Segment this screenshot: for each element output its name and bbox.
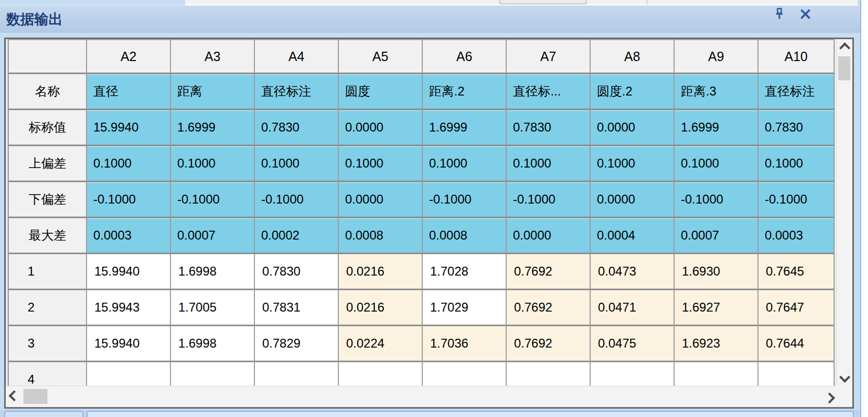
data-cell[interactable]: 1.6998 [171, 326, 255, 362]
scroll-right-button[interactable] [821, 386, 837, 407]
data-cell[interactable]: 1.6923 [675, 326, 759, 362]
bottom-dock-tab-2[interactable] [87, 411, 854, 417]
meta-cell[interactable]: -0.1000 [87, 182, 171, 218]
column-header[interactable]: A5 [339, 39, 423, 74]
meta-cell[interactable]: 直径标注 [759, 74, 835, 110]
data-cell[interactable]: 0.7644 [759, 326, 835, 362]
meta-cell[interactable]: 1.6999 [171, 110, 255, 146]
data-cell[interactable] [423, 362, 507, 386]
data-cell[interactable]: 1.6927 [675, 290, 759, 326]
meta-cell[interactable]: 0.0000 [339, 182, 423, 218]
data-cell[interactable] [339, 362, 423, 386]
data-cell[interactable] [507, 362, 591, 386]
meta-cell[interactable]: 0.0008 [423, 218, 507, 254]
meta-cell[interactable]: 0.0008 [339, 218, 423, 254]
meta-cell[interactable]: 0.1000 [171, 146, 255, 182]
data-cell[interactable]: 1.6930 [675, 254, 759, 290]
meta-cell[interactable]: 0.0000 [591, 110, 675, 146]
data-cell[interactable] [255, 362, 339, 386]
meta-cell[interactable]: 直径 [87, 74, 171, 110]
meta-cell[interactable]: 0.1000 [759, 146, 835, 182]
data-cell[interactable]: 0.7645 [759, 254, 835, 290]
data-cell[interactable]: 1.7005 [171, 290, 255, 326]
meta-cell[interactable]: -0.1000 [423, 182, 507, 218]
data-cell[interactable]: 0.7647 [759, 290, 835, 326]
row-label[interactable]: 3 [8, 326, 87, 362]
data-cell[interactable]: 1.7029 [423, 290, 507, 326]
meta-cell[interactable]: -0.1000 [507, 182, 591, 218]
column-header[interactable]: A7 [507, 39, 591, 74]
meta-cell[interactable]: 0.0000 [507, 218, 591, 254]
data-cell[interactable] [171, 362, 255, 386]
data-cell[interactable] [675, 362, 759, 386]
meta-cell[interactable]: -0.1000 [675, 182, 759, 218]
meta-cell[interactable]: 15.9940 [87, 110, 171, 146]
data-cell[interactable]: 1.7028 [423, 254, 507, 290]
meta-cell[interactable]: 0.1000 [255, 146, 339, 182]
data-cell[interactable]: 15.9940 [87, 254, 171, 290]
column-header[interactable]: A4 [255, 39, 339, 74]
row-label[interactable]: 上偏差 [8, 146, 87, 182]
data-cell[interactable]: 0.0224 [339, 326, 423, 362]
column-header[interactable]: A2 [87, 39, 171, 74]
row-label[interactable]: 4 [8, 362, 87, 386]
meta-cell[interactable]: 0.0002 [255, 218, 339, 254]
horizontal-scrollbar-thumb[interactable] [23, 389, 47, 404]
row-label[interactable]: 1 [8, 254, 87, 290]
column-header[interactable]: A3 [171, 39, 255, 74]
meta-cell[interactable]: 0.0007 [675, 218, 759, 254]
meta-cell[interactable]: 直径标注 [255, 74, 339, 110]
bottom-dock-tab-1[interactable] [4, 411, 83, 417]
meta-cell[interactable]: 0.0000 [339, 110, 423, 146]
meta-cell[interactable]: 0.0007 [171, 218, 255, 254]
meta-cell[interactable]: 0.1000 [423, 146, 507, 182]
column-header[interactable]: A9 [675, 39, 759, 74]
vertical-scrollbar[interactable] [836, 39, 852, 386]
column-header[interactable]: A10 [759, 39, 835, 74]
data-cell[interactable]: 0.0473 [591, 254, 675, 290]
data-cell[interactable]: 0.0471 [591, 290, 675, 326]
meta-cell[interactable]: 0.1000 [675, 146, 759, 182]
data-cell[interactable] [759, 362, 835, 386]
meta-cell[interactable]: -0.1000 [255, 182, 339, 218]
data-cell[interactable]: 1.7036 [423, 326, 507, 362]
meta-cell[interactable]: -0.1000 [171, 182, 255, 218]
meta-cell[interactable]: 0.7830 [255, 110, 339, 146]
row-label[interactable]: 下偏差 [8, 182, 87, 218]
data-cell[interactable]: 0.0475 [591, 326, 675, 362]
meta-cell[interactable]: 0.0003 [87, 218, 171, 254]
scroll-left-button[interactable] [6, 386, 21, 407]
data-cell[interactable]: 15.9943 [87, 290, 171, 326]
meta-cell[interactable]: 圆度 [339, 74, 423, 110]
meta-cell[interactable]: 0.1000 [339, 146, 423, 182]
close-icon[interactable] [797, 6, 814, 22]
data-cell[interactable]: 0.7830 [255, 254, 339, 290]
data-cell[interactable]: 0.7692 [507, 326, 591, 362]
data-cell[interactable]: 1.6998 [171, 254, 255, 290]
meta-cell[interactable]: 0.0004 [591, 218, 675, 254]
scroll-up-button[interactable] [837, 39, 852, 55]
data-cell[interactable]: 0.0216 [339, 254, 423, 290]
row-label[interactable]: 标称值 [8, 110, 87, 146]
meta-cell[interactable]: 0.7830 [759, 110, 835, 146]
row-label[interactable]: 最大差 [8, 218, 87, 254]
meta-cell[interactable]: 0.1000 [591, 146, 675, 182]
column-header[interactable]: A8 [591, 39, 675, 74]
meta-cell[interactable]: 0.7830 [507, 110, 591, 146]
row-label[interactable]: 2 [8, 290, 87, 326]
data-cell[interactable]: 0.7692 [507, 254, 591, 290]
data-cell[interactable]: 15.9940 [87, 326, 171, 362]
meta-cell[interactable]: 0.1000 [507, 146, 591, 182]
data-cell[interactable] [87, 362, 171, 386]
data-cell[interactable]: 0.0216 [339, 290, 423, 326]
meta-cell[interactable]: -0.1000 [759, 182, 835, 218]
vertical-scrollbar-thumb[interactable] [838, 56, 850, 80]
column-header[interactable]: A6 [423, 39, 507, 74]
meta-cell[interactable]: 距离.3 [675, 74, 759, 110]
meta-cell[interactable]: 距离.2 [423, 74, 507, 110]
scroll-down-button[interactable] [837, 371, 852, 386]
panel-titlebar[interactable]: 数据输出 [0, 5, 860, 33]
data-cell[interactable] [591, 362, 675, 386]
meta-cell[interactable]: 1.6999 [675, 110, 759, 146]
meta-cell[interactable]: 0.0000 [591, 182, 675, 218]
